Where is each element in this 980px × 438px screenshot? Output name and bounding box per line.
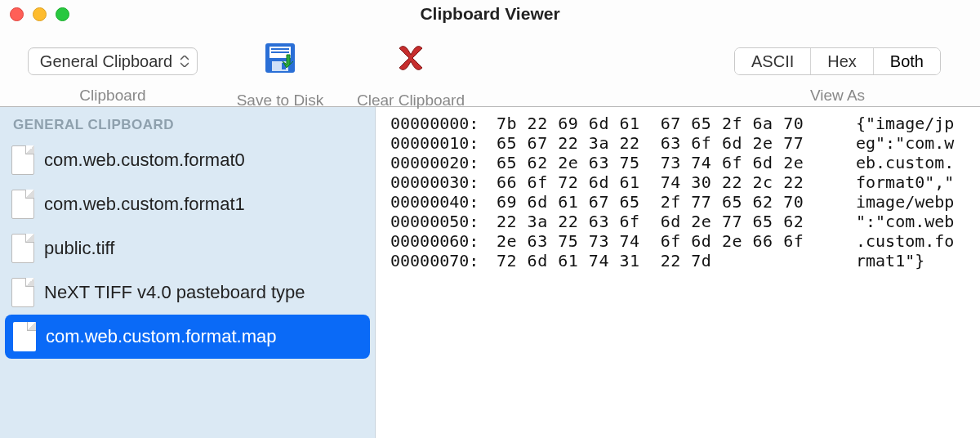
hex-ascii: image/webp [856, 192, 954, 212]
sidebar-item-label: public.tiff [44, 238, 114, 259]
content: GENERAL CLIPBOARD com.web.custom.format0… [0, 106, 980, 438]
hex-offset: 00000020: [390, 153, 497, 172]
clear-x-icon [386, 36, 435, 80]
clear-group: Clear Clipboard [341, 31, 480, 110]
file-icon [11, 234, 34, 263]
view-ascii-button[interactable]: ASCII [735, 48, 810, 74]
hex-row: 00000010:65 67 22 3a 22 63 6f 6d 2e 77eg… [390, 133, 980, 153]
hex-offset: 00000030: [390, 172, 497, 192]
hex-row: 00000020:65 62 2e 63 75 73 74 6f 6d 2eeb… [390, 153, 980, 172]
sidebar-item-label: com.web.custom.format.map [46, 326, 276, 347]
window-controls [10, 7, 69, 21]
clear-label: Clear Clipboard [357, 92, 465, 110]
hex-ascii: ":"com.web [856, 212, 954, 231]
hex-offset: 00000070: [390, 251, 497, 270]
hex-bytes: 2e 63 75 73 74 6f 6d 2e 66 6f [497, 231, 856, 251]
sidebar-header: GENERAL CLIPBOARD [0, 114, 375, 138]
sidebar-item[interactable]: com.web.custom.format1 [0, 182, 375, 226]
hex-ascii: format0"," [856, 172, 954, 192]
hex-bytes: 65 62 2e 63 75 73 74 6f 6d 2e [497, 153, 856, 172]
hex-offset: 00000050: [390, 212, 497, 231]
hex-row: 00000040:69 6d 61 67 65 2f 77 65 62 70im… [390, 192, 980, 212]
svg-rect-3 [271, 51, 289, 53]
svg-rect-2 [271, 48, 289, 50]
file-icon [13, 322, 36, 351]
view-both-button[interactable]: Both [873, 48, 940, 74]
sidebar-item[interactable]: NeXT TIFF v4.0 pasteboard type [0, 270, 375, 315]
chevron-updown-icon [180, 56, 189, 67]
clipboard-label: Clipboard [79, 87, 145, 105]
clipboard-selector[interactable]: General Clipboard [28, 47, 198, 75]
file-icon [11, 190, 34, 219]
hex-row: 00000070:72 6d 61 74 31 22 7drmat1"} [390, 251, 980, 270]
hex-row: 00000000:7b 22 69 6d 61 67 65 2f 6a 70{"… [390, 114, 980, 133]
clear-button[interactable] [386, 36, 435, 80]
view-mode-segment: ASCII Hex Both [734, 47, 941, 75]
save-icon [256, 36, 305, 80]
sidebar-item-label: com.web.custom.format0 [44, 150, 245, 171]
hex-bytes: 65 67 22 3a 22 63 6f 6d 2e 77 [497, 133, 856, 153]
save-label: Save to Disk [237, 92, 324, 110]
view-hex-button[interactable]: Hex [810, 48, 873, 74]
hex-bytes: 7b 22 69 6d 61 67 65 2f 6a 70 [497, 114, 856, 133]
sidebar: GENERAL CLIPBOARD com.web.custom.format0… [0, 107, 376, 438]
viewas-group: ASCII Hex Both View As [734, 31, 941, 105]
hex-bytes: 66 6f 72 6d 61 74 30 22 2c 22 [497, 172, 856, 192]
window: Clipboard Viewer General Clipboard Clipb… [0, 0, 980, 438]
close-icon[interactable] [10, 7, 24, 21]
hex-offset: 00000040: [390, 192, 497, 212]
hex-row: 00000050:22 3a 22 63 6f 6d 2e 77 65 62":… [390, 212, 980, 231]
minimize-icon[interactable] [33, 7, 47, 21]
maximize-icon[interactable] [56, 7, 69, 21]
hex-offset: 00000010: [390, 133, 497, 153]
file-icon [11, 278, 34, 307]
sidebar-item[interactable]: public.tiff [0, 226, 375, 270]
save-button[interactable] [256, 36, 305, 80]
sidebar-item-label: NeXT TIFF v4.0 pasteboard type [44, 282, 305, 303]
hex-bytes: 72 6d 61 74 31 22 7d [497, 251, 856, 270]
clipboard-selector-label: General Clipboard [40, 52, 172, 71]
hex-offset: 00000000: [390, 114, 497, 133]
hex-row: 00000030:66 6f 72 6d 61 74 30 22 2c 22fo… [390, 172, 980, 192]
window-title: Clipboard Viewer [0, 4, 980, 24]
hex-ascii: .custom.fo [856, 231, 954, 251]
file-icon [11, 145, 34, 175]
sidebar-item[interactable]: com.web.custom.format0 [0, 138, 375, 182]
hex-ascii: eb.custom. [856, 153, 954, 172]
sidebar-item-label: com.web.custom.format1 [44, 194, 245, 215]
hex-row: 00000060:2e 63 75 73 74 6f 6d 2e 66 6f.c… [390, 231, 980, 251]
sidebar-list: com.web.custom.format0com.web.custom.for… [0, 138, 375, 359]
hex-ascii: rmat1"} [856, 251, 924, 270]
save-group: Save to Disk [219, 31, 341, 110]
clipboard-selector-group: General Clipboard Clipboard [7, 31, 219, 105]
sidebar-item[interactable]: com.web.custom.format.map [5, 315, 370, 359]
hex-ascii: eg":"com.w [856, 133, 954, 153]
hex-offset: 00000060: [390, 231, 497, 251]
toolbar: General Clipboard Clipboard [0, 28, 980, 106]
hex-bytes: 22 3a 22 63 6f 6d 2e 77 65 62 [497, 212, 856, 231]
hex-bytes: 69 6d 61 67 65 2f 77 65 62 70 [497, 192, 856, 212]
viewas-label: View As [810, 87, 865, 105]
hex-ascii: {"image/jp [856, 114, 954, 133]
hex-view[interactable]: 00000000:7b 22 69 6d 61 67 65 2f 6a 70{"… [376, 107, 980, 438]
titlebar: Clipboard Viewer [0, 0, 980, 28]
